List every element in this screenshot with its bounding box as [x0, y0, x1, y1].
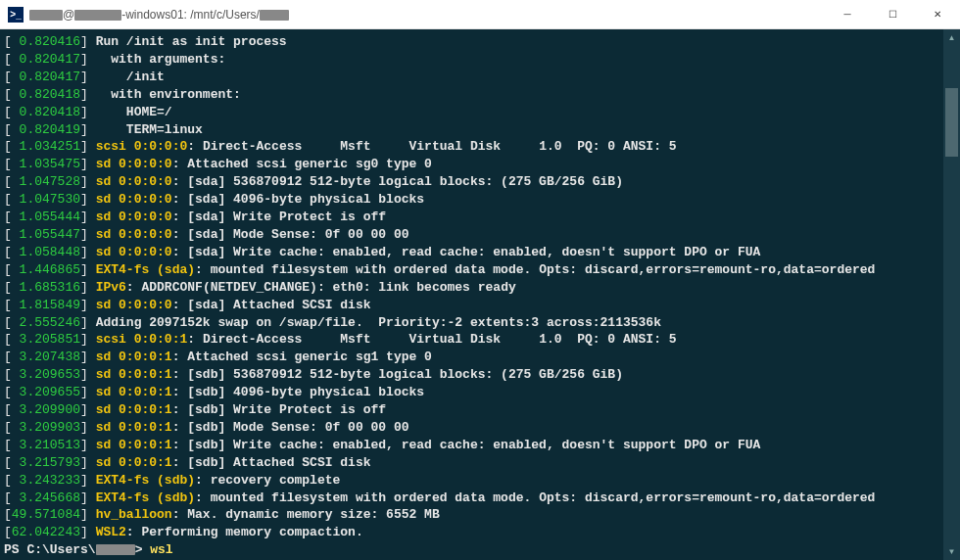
log-line: [ 1.047530] sd 0:0:0:0: [sda] 4096-byte …	[4, 191, 941, 209]
scroll-up-icon[interactable]: ▲	[943, 29, 960, 46]
command-input[interactable]: wsl	[150, 542, 172, 557]
log-line: [ 3.215793] sd 0:0:0:1: [sdb] Attached S…	[4, 454, 941, 472]
log-line: [ 1.034251] scsi 0:0:0:0: Direct-Access …	[4, 138, 941, 156]
log-line: [ 1.035475] sd 0:0:0:0: Attached scsi ge…	[4, 156, 941, 173]
powershell-icon: >_	[8, 7, 24, 23]
log-line: [ 1.446865] EXT4-fs (sda): mounted files…	[4, 261, 941, 279]
log-line: [ 0.820416] Run /init as init process	[4, 33, 941, 51]
close-button[interactable]: ✕	[915, 0, 960, 28]
scrollbar[interactable]: ▲ ▼	[943, 29, 960, 560]
terminal-output[interactable]: [ 0.820416] Run /init as init process[ 0…	[0, 29, 943, 560]
scrollbar-thumb[interactable]	[945, 88, 958, 157]
log-line: [ 1.055447] sd 0:0:0:0: [sda] Mode Sense…	[4, 226, 941, 244]
terminal-container: [ 0.820416] Run /init as init process[ 0…	[0, 29, 960, 560]
log-line: [ 3.209655] sd 0:0:0:1: [sdb] 4096-byte …	[4, 384, 941, 401]
prompt-line[interactable]: PS C:\Users\> wsl	[4, 541, 941, 559]
log-line: [62.042243] WSL2: Performing memory comp…	[4, 524, 941, 541]
log-line: [ 0.820417] /init	[4, 69, 941, 86]
log-line: [ 0.820419] TERM=linux	[4, 121, 941, 139]
log-line: [ 3.210513] sd 0:0:0:1: [sdb] Write cach…	[4, 437, 941, 454]
window-title: @-windows01: /mnt/c/Users/	[29, 8, 825, 22]
log-line: [ 3.209900] sd 0:0:0:1: [sdb] Write Prot…	[4, 401, 941, 419]
log-line: [ 1.815849] sd 0:0:0:0: [sda] Attached S…	[4, 297, 941, 314]
log-line: [ 0.820418] HOME=/	[4, 104, 941, 121]
log-line: [ 0.820417] with arguments:	[4, 51, 941, 69]
log-line: [ 3.245668] EXT4-fs (sdb): mounted files…	[4, 490, 941, 507]
titlebar-buttons: ─ ☐ ✕	[825, 0, 960, 28]
log-line: [ 1.685316] IPv6: ADDRCONF(NETDEV_CHANGE…	[4, 279, 941, 297]
log-line: [ 3.243233] EXT4-fs (sdb): recovery comp…	[4, 472, 941, 490]
log-line: [ 3.207438] sd 0:0:0:1: Attached scsi ge…	[4, 349, 941, 366]
scroll-down-icon[interactable]: ▼	[943, 543, 960, 560]
log-line: [49.571084] hv_balloon: Max. dynamic mem…	[4, 506, 941, 524]
log-line: [ 2.555246] Adding 2097152k swap on /swa…	[4, 314, 941, 332]
maximize-button[interactable]: ☐	[870, 0, 915, 28]
log-line: [ 3.209903] sd 0:0:0:1: [sdb] Mode Sense…	[4, 419, 941, 437]
log-line: [ 3.205851] scsi 0:0:0:1: Direct-Access …	[4, 331, 941, 349]
log-line: [ 1.055444] sd 0:0:0:0: [sda] Write Prot…	[4, 209, 941, 226]
log-line: [ 3.209653] sd 0:0:0:1: [sdb] 536870912 …	[4, 366, 941, 384]
log-line: [ 1.047528] sd 0:0:0:0: [sda] 536870912 …	[4, 173, 941, 191]
titlebar: >_ @-windows01: /mnt/c/Users/ ─ ☐ ✕	[0, 0, 960, 29]
log-line: [ 1.058448] sd 0:0:0:0: [sda] Write cach…	[4, 244, 941, 261]
log-line: [ 0.820418] with environment:	[4, 86, 941, 104]
minimize-button[interactable]: ─	[825, 0, 870, 28]
